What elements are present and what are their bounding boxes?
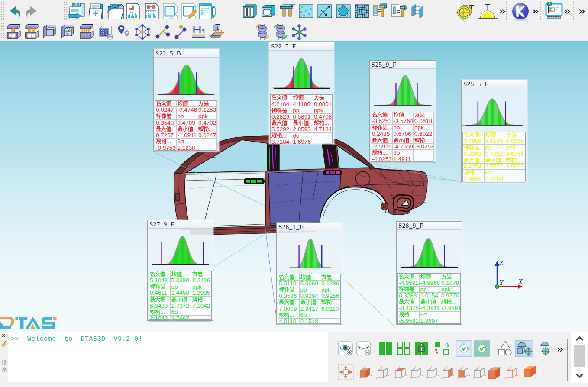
svg-text:Z: Z — [499, 259, 504, 267]
svg-text:Y: Y — [499, 279, 504, 286]
svg-text:X: X — [518, 278, 523, 285]
